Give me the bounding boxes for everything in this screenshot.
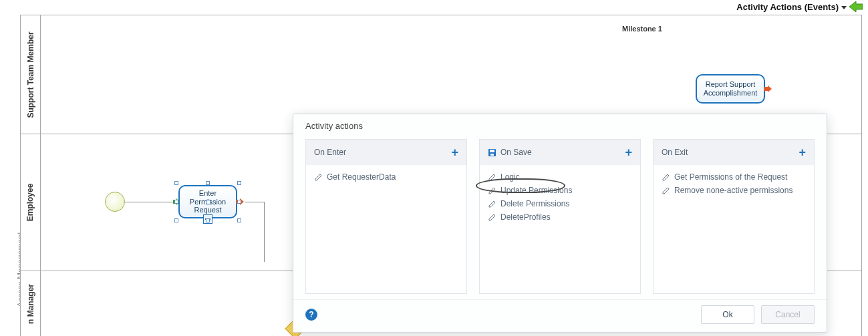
lane-header-manager: n Manager [21,271,41,336]
add-action-on-exit[interactable]: + [799,146,806,158]
save-icon [488,148,496,157]
resize-handle[interactable] [237,218,241,222]
action-label: Logic [500,172,520,182]
edit-icon [662,173,670,182]
action-row[interactable]: DeleteProfiles [486,210,633,224]
panel-on-exit-label: On Exit [662,148,688,157]
chevron-down-icon[interactable] [841,6,847,9]
resize-handle[interactable] [174,218,178,222]
resize-handle[interactable] [206,181,210,185]
activity-enter-permission[interactable]: Enter Permission Request [178,185,237,218]
svg-rect-5 [490,150,494,152]
action-label: DeleteProfiles [500,212,551,222]
svg-marker-1 [764,86,772,92]
resize-handle[interactable] [206,218,210,222]
resize-handle[interactable] [237,181,241,185]
activity-enter-permission-label: Enter Permission Request [182,189,233,214]
lane-label-support: Support Team Member [26,31,35,118]
panel-on-enter-label: On Enter [314,148,346,157]
panel-on-save: On Save + Logic Update Permissions Delet… [479,139,641,294]
action-row[interactable]: Get Permissions of the Request [660,170,807,184]
activity-actions-dialog: Activity actions On Enter + Get Requeste… [293,114,827,333]
action-label: Get Permissions of the Request [674,172,787,182]
arrow-out-icon [764,86,772,92]
edit-icon [488,186,496,195]
activity-report-support-label: Report Support Accomplishment [700,80,761,97]
activity-report-support[interactable]: Report Support Accomplishment [696,74,765,104]
action-label: Get RequesterData [327,172,396,182]
action-label: Delete Permissions [500,199,569,208]
milestone-label: Milestone 1 [622,25,662,33]
sequence-flow [125,202,177,202]
sequence-flow [264,202,265,262]
lane-header-employee: Employee [21,134,41,271]
lane-label-manager: n Manager [26,284,35,324]
edit-icon [488,173,496,182]
lane-header-support: Support Team Member [21,15,41,134]
back-arrow-icon[interactable] [849,1,863,12]
panel-on-exit: On Exit + Get Permissions of the Request… [653,139,815,294]
add-action-on-enter[interactable]: + [451,146,458,158]
ok-button[interactable]: Ok [701,305,754,324]
resize-handle[interactable] [237,200,241,204]
panel-on-enter: On Enter + Get RequesterData [305,139,467,294]
resize-handle[interactable] [174,181,178,185]
action-row[interactable]: Delete Permissions [486,197,633,210]
dialog-title: Activity actions [293,114,827,136]
edit-icon [662,186,670,195]
action-row[interactable]: Get RequesterData [313,170,460,184]
action-label: Remove none-active permissions [674,186,792,195]
cancel-button[interactable]: Cancel [761,305,815,324]
edit-icon [488,200,496,208]
resize-handle[interactable] [174,200,178,204]
action-row[interactable]: Remove none-active permissions [660,184,807,197]
panel-on-save-label: On Save [500,148,532,157]
action-label: Update Permissions [500,186,572,195]
action-row[interactable]: Update Permissions [486,184,633,197]
toolbar-title[interactable]: Activity Actions (Events) [736,2,839,12]
edit-icon [314,173,323,182]
action-row[interactable]: Logic [486,170,633,184]
start-event[interactable] [105,192,125,212]
edit-icon [488,213,496,222]
sequence-flow [245,202,265,202]
lane-label-employee: Employee [26,184,35,222]
add-action-on-save[interactable]: + [625,146,632,158]
help-icon[interactable]: ? [305,309,317,321]
svg-rect-6 [490,154,494,156]
svg-marker-0 [849,1,863,12]
